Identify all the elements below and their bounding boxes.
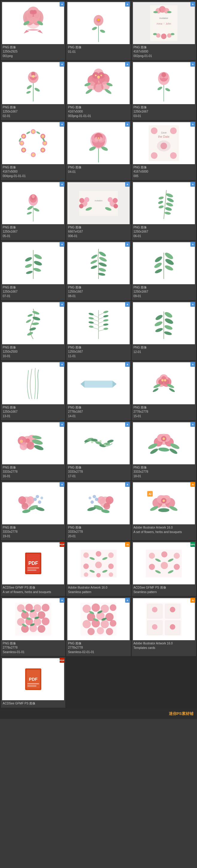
svg-point-48 bbox=[100, 75, 102, 76]
list-item[interactable]: A PNG 图像 04-01 bbox=[66, 121, 130, 180]
file-type-label: PNG 图像 bbox=[3, 405, 64, 410]
list-item[interactable]: A bbox=[66, 61, 130, 120]
svg-line-181 bbox=[93, 328, 98, 329]
file-name-label: 01-01 bbox=[68, 50, 129, 54]
file-name-label: 17-01 bbox=[68, 474, 129, 478]
list-item[interactable]: A PNG 图像 1250x1667 09-01 bbox=[132, 241, 196, 300]
list-item[interactable]: A Invitation Anna ♡ John bbox=[132, 1, 196, 60]
list-item[interactable]: PDF PDF ACDSee GFMF PS 图像 bbox=[1, 657, 65, 708]
file-name-label: 15-01 bbox=[133, 414, 194, 418]
file-type-label: PNG 图像 bbox=[68, 45, 129, 50]
file-type-label: Adobe Illustrator Artwork 16.0 bbox=[133, 641, 194, 646]
file-type-label: PNG 图像 bbox=[68, 345, 129, 350]
svg-text:Anna ♡ John: Anna ♡ John bbox=[157, 23, 171, 25]
svg-point-201 bbox=[152, 388, 159, 393]
list-item[interactable]: A bbox=[1, 121, 65, 180]
list-item[interactable]: A PNG 图像 12-01 bbox=[132, 301, 196, 360]
file-info: PNG 图像 1250x2925 001png bbox=[2, 44, 64, 59]
list-item[interactable]: A PNG 图像 1250x1667 08-01 bbox=[66, 241, 130, 300]
list-item[interactable]: A PNG 图像 1250x1667 02-01 bbox=[1, 61, 65, 120]
svg-point-110 bbox=[32, 194, 35, 198]
file-dimensions: 1250x1667 bbox=[133, 229, 194, 234]
list-item[interactable]: A PNG 图像 3333x2778 17-01 bbox=[66, 421, 130, 480]
list-item[interactable]: A PNG 图像 3333x2778 20-01 bbox=[66, 481, 130, 540]
list-item[interactable]: A Save the Date PNG 图像 4167x5000 005 bbox=[132, 121, 196, 180]
file-type-label: PNG 图像 bbox=[68, 466, 129, 470]
svg-point-127 bbox=[165, 193, 174, 198]
svg-point-66 bbox=[32, 130, 34, 133]
thumbnail bbox=[2, 242, 64, 284]
list-item[interactable]: A bbox=[1, 597, 65, 656]
svg-point-330 bbox=[101, 620, 109, 628]
file-dimensions: 2778x2778 bbox=[3, 646, 64, 650]
file-dimensions: 4167x5000 bbox=[133, 50, 194, 54]
file-info: PNG 图像 1250x1667 02-01 bbox=[2, 104, 64, 119]
list-item[interactable]: A PNG 图像 01-01 bbox=[66, 1, 130, 60]
list-item[interactable]: A PNG 图像 1250x1667 13-01 bbox=[1, 361, 65, 420]
list-item[interactable]: Ai Adobe Ill bbox=[66, 541, 130, 596]
svg-point-38 bbox=[34, 87, 40, 92]
list-item[interactable]: A P bbox=[1, 1, 65, 60]
file-name-label: 12-01 bbox=[133, 350, 194, 354]
list-item[interactable]: A PNG 图像 1250x1667 03-01 bbox=[132, 61, 196, 120]
list-item[interactable]: A PNG 图像 3333x2778 16-01 bbox=[1, 421, 65, 480]
file-type-label: PNG 图像 bbox=[3, 641, 64, 646]
svg-point-188 bbox=[155, 314, 163, 321]
file-info: PNG 图像 3333x2778 17-01 bbox=[67, 464, 129, 479]
thumbnail bbox=[2, 62, 64, 104]
svg-point-310 bbox=[42, 618, 49, 625]
file-dimensions: 1250x1667 bbox=[68, 350, 129, 354]
svg-point-324 bbox=[110, 604, 116, 611]
thumbnail: Save the Date bbox=[133, 122, 195, 164]
file-name-label: 006-01 bbox=[68, 234, 129, 238]
list-item[interactable]: A Invitation bbox=[66, 181, 130, 240]
svg-point-292 bbox=[149, 564, 155, 570]
list-item[interactable]: A PNG 图像 1250x1667 06-01 bbox=[132, 181, 196, 240]
list-item[interactable]: Ai Ai Adobe Illustrator Artwork 16.0 bbox=[132, 481, 196, 540]
file-info: PNG 图像 1250x1667 08-01 bbox=[67, 284, 129, 299]
list-item[interactable]: EPS ACDSee GFMF PS 图像 Seamless pattern bbox=[132, 541, 196, 596]
list-item[interactable]: A bbox=[66, 597, 130, 656]
file-info: ACDSee GFMF PS 图像 Seamless pattern bbox=[133, 584, 195, 595]
file-info: PNG 图像 4167x5000 005 bbox=[133, 164, 195, 179]
file-info: PNG 图像 1250x2500 10-01 bbox=[2, 344, 64, 359]
file-info: PNG 图像 04-01 bbox=[67, 164, 129, 175]
thumbnail bbox=[67, 482, 129, 524]
thumbnail bbox=[2, 482, 64, 524]
list-item[interactable]: A PNG 图像 2778x1667 14-01 bbox=[66, 361, 130, 420]
list-item[interactable]: Ai Adobe Illustrator Artwork 16.0 Templa… bbox=[132, 597, 196, 656]
svg-text:Invitation: Invitation bbox=[94, 199, 103, 202]
file-name-label: 005 bbox=[133, 174, 194, 178]
list-item[interactable]: A PNG 图像 1250x2500 10-01 bbox=[1, 301, 65, 360]
list-item[interactable]: A PNG 图像 3333x2778 19-01 bbox=[1, 481, 65, 540]
svg-line-173 bbox=[98, 330, 104, 331]
list-item[interactable]: A PNG 图像 2778x2778 15-01 bbox=[132, 361, 196, 420]
png-badge: A bbox=[125, 422, 130, 427]
thumbnail bbox=[133, 598, 195, 640]
svg-point-28 bbox=[153, 33, 157, 35]
svg-line-175 bbox=[93, 315, 98, 317]
svg-point-252 bbox=[90, 500, 94, 504]
thumbnail: Ai bbox=[133, 482, 195, 524]
list-item[interactable]: PDF PDF ACDSee GFMF PS 图像 A set of flowe… bbox=[1, 541, 65, 596]
thumbnail bbox=[67, 2, 129, 44]
svg-point-162 bbox=[27, 313, 33, 317]
list-item[interactable]: A PNG 图像 1250x1667 07-01 bbox=[1, 241, 65, 300]
list-item[interactable]: A bbox=[66, 301, 130, 360]
svg-point-186 bbox=[164, 324, 173, 331]
thumbnail bbox=[67, 62, 129, 104]
list-item[interactable]: A PNG 图像 3333x2778 bbox=[132, 421, 196, 480]
svg-point-331 bbox=[110, 620, 116, 627]
svg-point-293 bbox=[161, 562, 168, 569]
svg-point-36 bbox=[32, 75, 34, 78]
svg-point-140 bbox=[25, 263, 33, 269]
svg-point-130 bbox=[165, 207, 172, 211]
file-type-label: PNG 图像 bbox=[133, 405, 194, 410]
png-badge: A bbox=[125, 182, 130, 187]
png-badge: A bbox=[125, 122, 130, 127]
file-name-label: Seamless pattern bbox=[133, 590, 194, 594]
file-name-label: 05-01 bbox=[3, 234, 64, 238]
list-item[interactable]: A PNG 图像 1250x1667 05-01 bbox=[1, 181, 65, 240]
file-info: Adobe Illustrator Artwork 16.0 A set of … bbox=[133, 524, 195, 535]
svg-point-220 bbox=[91, 441, 93, 443]
